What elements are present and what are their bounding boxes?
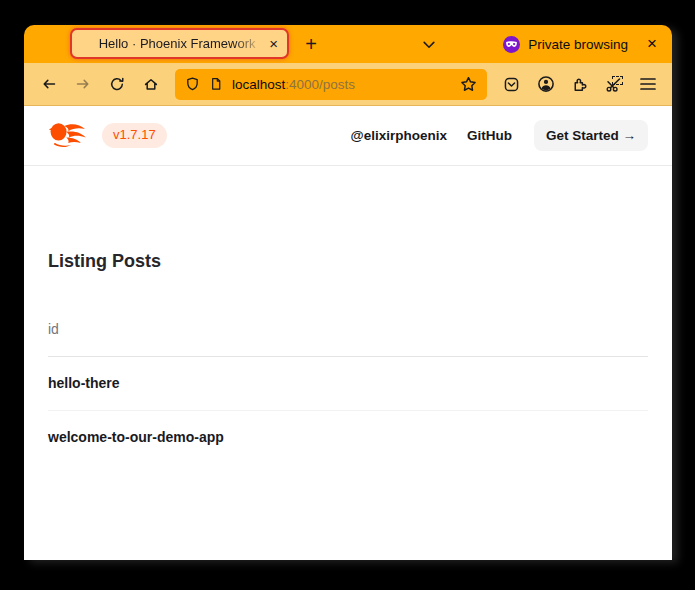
table-row[interactable]: welcome-to-our-demo-app	[48, 411, 648, 465]
get-started-button[interactable]: Get Started →	[534, 120, 648, 151]
version-badge: v1.7.17	[102, 123, 167, 148]
tabs-dropdown-chevron[interactable]	[416, 33, 442, 57]
shield-icon[interactable]	[185, 76, 200, 92]
url-bar[interactable]: localhost:4000/posts	[175, 69, 487, 100]
posts-table: id hello-there welcome-to-our-demo-app	[48, 319, 648, 464]
post-id-cell[interactable]: welcome-to-our-demo-app	[48, 411, 648, 465]
menu-button[interactable]	[632, 69, 663, 99]
window-close-button[interactable]: ×	[639, 31, 665, 57]
table-row[interactable]: hello-there	[48, 357, 648, 411]
home-icon	[143, 76, 159, 92]
account-icon	[537, 75, 555, 93]
pocket-button[interactable]	[496, 69, 527, 99]
tab-hello-phoenix[interactable]: Hello · Phoenix Framework ×	[70, 28, 289, 59]
browser-window: Hello · Phoenix Framework × + Private br…	[24, 25, 672, 560]
url-path: :4000/posts	[285, 77, 355, 92]
tab-close-icon[interactable]: ×	[266, 34, 281, 53]
new-tab-button[interactable]: +	[298, 31, 324, 57]
hamburger-menu-icon	[640, 77, 656, 91]
navigation-toolbar: localhost:4000/posts	[24, 63, 672, 106]
bookmark-star-icon[interactable]	[460, 76, 477, 93]
back-arrow-icon	[41, 76, 57, 92]
site-navbar: v1.7.17 @elixirphoenix GitHub Get Starte…	[24, 106, 672, 166]
url-host: localhost	[232, 77, 285, 92]
page-content: v1.7.17 @elixirphoenix GitHub Get Starte…	[24, 106, 672, 560]
link-github[interactable]: GitHub	[467, 128, 512, 143]
screenshot-button[interactable]	[598, 69, 629, 99]
private-browsing-indicator: Private browsing	[503, 25, 628, 63]
scissors-icon	[605, 76, 623, 93]
link-elixirphoenix[interactable]: @elixirphoenix	[351, 128, 447, 143]
tab-title: Hello · Phoenix Framework	[88, 36, 266, 51]
url-text[interactable]: localhost:4000/posts	[232, 77, 451, 92]
back-button[interactable]	[33, 69, 64, 99]
screenshot-scissors-icon	[605, 76, 623, 93]
account-button[interactable]	[530, 69, 561, 99]
forward-arrow-icon	[75, 76, 91, 92]
forward-button[interactable]	[67, 69, 98, 99]
home-button[interactable]	[135, 69, 166, 99]
reload-icon	[109, 76, 125, 92]
page-permissions-icon[interactable]	[209, 76, 223, 92]
titlebar[interactable]: Hello · Phoenix Framework × + Private br…	[24, 25, 672, 63]
table-header-row: id	[48, 319, 648, 357]
reload-button[interactable]	[101, 69, 132, 99]
chevron-down-icon	[423, 41, 435, 49]
pocket-icon	[503, 76, 520, 93]
private-browsing-mask-icon	[503, 36, 520, 53]
extensions-button[interactable]	[564, 69, 595, 99]
page-title: Listing Posts	[48, 247, 648, 275]
private-browsing-label: Private browsing	[528, 37, 628, 52]
phoenix-logo[interactable]	[48, 120, 90, 152]
column-header-id: id	[48, 319, 648, 357]
post-id-cell[interactable]: hello-there	[48, 357, 648, 411]
puzzle-piece-icon	[571, 76, 588, 93]
main-section: Listing Posts id hello-there welcome-to-…	[24, 166, 672, 464]
